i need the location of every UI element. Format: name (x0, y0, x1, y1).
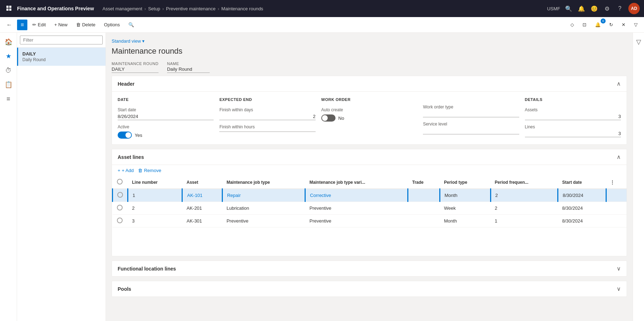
assets-value[interactable]: 3 (525, 113, 621, 120)
col-asset[interactable]: Asset (182, 176, 222, 189)
job-type-variant-link-0[interactable]: Corrective (310, 193, 331, 198)
settings-gear-icon[interactable]: ⚙ (603, 4, 611, 13)
remove-label: Remove (144, 168, 161, 173)
pools-header[interactable]: Pools ∨ (112, 281, 627, 296)
finish-hours-field: Finish within hours (219, 124, 315, 132)
list-item-daily[interactable]: DAILY Daily Round (17, 48, 106, 66)
maintenance-round-value[interactable]: DAILY (112, 66, 159, 73)
search-icon[interactable]: 🔍 (564, 4, 573, 13)
delete-button[interactable]: 🗑 Delete (73, 20, 99, 30)
pools-collapse-button[interactable]: ∨ (617, 285, 621, 292)
add-asset-button[interactable]: + + Add (118, 168, 134, 173)
delete-icon: 🗑 (76, 22, 81, 27)
breadcrumb-asset-management[interactable]: Asset management (102, 6, 142, 11)
close-panel-icon[interactable]: ✕ (618, 20, 629, 30)
col-trade[interactable]: Trade (408, 176, 440, 189)
row-radio-1[interactable] (117, 205, 123, 210)
command-bar: ← ≡ ✏ Edit + New 🗑 Delete Options 🔍 ◇ ⊡ … (0, 17, 644, 33)
auto-create-toggle[interactable] (321, 114, 336, 122)
service-level-label: Service level (423, 122, 519, 127)
finish-hours-value[interactable] (219, 130, 315, 132)
header-section-header[interactable]: Header ∧ (112, 76, 627, 92)
auto-create-toggle-label: No (338, 116, 344, 121)
asset-link-0[interactable]: AK-101 (187, 193, 202, 198)
finish-days-value[interactable]: 2 (219, 113, 315, 120)
settings-face-icon[interactable]: 😊 (590, 4, 599, 13)
avatar[interactable]: AD (628, 3, 640, 14)
active-toggle[interactable] (118, 132, 132, 139)
name-value[interactable]: Daily Round (167, 66, 210, 73)
notification-icon[interactable]: 🔔 (577, 4, 586, 13)
row-radio-0[interactable] (117, 192, 123, 198)
start-date-value[interactable]: 8/26/2024 (118, 113, 214, 120)
col-job-type[interactable]: Maintenance job type (222, 176, 305, 189)
col-job-type-variant[interactable]: Maintenance job type vari... (305, 176, 408, 189)
list-item-name: Daily Round (22, 57, 101, 62)
cmd-search-button[interactable]: 🔍 (125, 20, 138, 30)
nav-modules-icon[interactable]: ≡ (2, 92, 15, 105)
row-radio-2[interactable] (117, 218, 123, 223)
company-selector[interactable]: USMF (547, 6, 560, 11)
header-collapse-button[interactable]: ∧ (617, 80, 621, 87)
filter-icon[interactable]: ▽ (632, 36, 644, 48)
nav-workspaces-icon[interactable]: 📋 (2, 78, 15, 91)
work-order-type-field: Work order type (423, 105, 519, 117)
top-nav-right: USMF 🔍 🔔 😊 ⚙ ? AD (547, 3, 640, 14)
service-level-value[interactable] (423, 127, 519, 134)
breadcrumb-setup[interactable]: Setup (148, 6, 160, 11)
open-in-new-icon[interactable]: ⊡ (579, 20, 590, 30)
functional-location-header[interactable]: Functional location lines ∨ (112, 261, 627, 276)
view-selector-label: Standard view (112, 38, 141, 44)
table-row[interactable]: 3AK-301PreventivePreventiveMonth18/30/20… (113, 215, 627, 228)
new-button[interactable]: + New (51, 20, 71, 30)
back-button[interactable]: ← (3, 20, 16, 30)
cmd-bar-right: ◇ ⊡ 🔔 0 ↻ ✕ ▽ (567, 20, 641, 30)
list-item-code: DAILY (22, 51, 101, 57)
filter-toggle-icon[interactable]: ▽ (630, 20, 641, 30)
refresh-icon[interactable]: ↻ (606, 20, 617, 30)
view-selector[interactable]: Standard view ▾ (112, 38, 627, 44)
details-group: DETAILS Assets 3 Lines 3 (525, 97, 621, 139)
table-row[interactable]: 1AK-101RepairCorrectiveMonth28/30/2024 (113, 189, 627, 202)
col-period-freq[interactable]: Period frequen... (490, 176, 558, 189)
new-label: + New (54, 22, 68, 27)
breadcrumb-current[interactable]: Maintenance rounds (221, 6, 263, 11)
col-period-type[interactable]: Period type (440, 176, 490, 189)
options-button[interactable]: Options (101, 20, 124, 30)
svg-rect-0 (6, 6, 9, 8)
select-all-radio[interactable] (117, 179, 123, 184)
job-type-link-0[interactable]: Repair (227, 193, 241, 198)
maintenance-round-fields: Maintenance round DAILY Name Daily Round (112, 61, 627, 73)
remove-asset-button[interactable]: 🗑 Remove (138, 168, 161, 173)
nav-recent-icon[interactable]: ⏱ (2, 64, 15, 77)
work-order-type-label: Work order type (423, 105, 519, 109)
app-title: Finance and Operations Preview (17, 6, 94, 11)
app-grid-icon[interactable] (4, 4, 14, 14)
notification-badge-button[interactable]: 🔔 0 (591, 20, 604, 30)
bookmark-icon[interactable]: ◇ (567, 20, 578, 30)
edit-button[interactable]: ✏ Edit (29, 20, 49, 30)
nav-home-icon[interactable]: 🏠 (2, 36, 15, 48)
pools-section: Pools ∨ (112, 281, 627, 297)
edit-icon: ✏ (32, 22, 36, 27)
add-label: + Add (122, 168, 134, 173)
auto-create-field: Auto create No (321, 107, 417, 122)
table-row[interactable]: 2AK-201LubricationPreventiveWeek28/30/20… (113, 202, 627, 215)
maintenance-round-field: Maintenance round DAILY (112, 61, 159, 73)
list-view-button[interactable]: ≡ (17, 20, 27, 30)
nav-favorites-icon[interactable]: ★ (2, 50, 15, 63)
filter-input[interactable] (20, 36, 103, 44)
work-order-type-value[interactable] (423, 110, 519, 117)
col-start-date[interactable]: Start date (558, 176, 606, 189)
active-toggle-label: Yes (135, 133, 142, 138)
functional-location-collapse-button[interactable]: ∨ (617, 265, 621, 272)
asset-lines-section-header[interactable]: Asset lines ∧ (112, 149, 627, 165)
col-line-number[interactable]: Line number (128, 176, 182, 189)
lines-value[interactable]: 3 (525, 130, 621, 137)
asset-lines-collapse-button[interactable]: ∧ (617, 154, 621, 160)
active-toggle-row: Yes (118, 132, 214, 139)
help-icon[interactable]: ? (616, 4, 624, 13)
breadcrumb-preventive[interactable]: Preventive maintenance (166, 6, 215, 11)
svg-rect-1 (9, 6, 11, 8)
auto-create-toggle-thumb (322, 115, 328, 121)
